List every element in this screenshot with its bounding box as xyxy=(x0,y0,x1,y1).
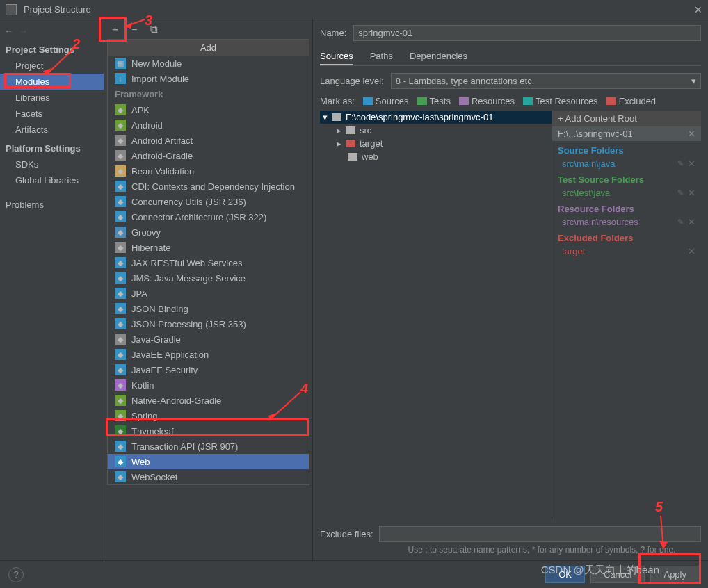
popup-item-javaee-application[interactable]: ◆JavaEE Application xyxy=(108,347,309,362)
app-icon xyxy=(6,4,17,15)
module-tabs: Sources Paths Dependencies xyxy=(320,48,701,66)
svg-marker-5 xyxy=(268,413,277,420)
test-folder-item[interactable]: src\test\java✎✕ xyxy=(552,186,701,199)
sidebar-item-global-libraries[interactable]: Global Libraries xyxy=(0,172,104,188)
popup-item-bean-validation[interactable]: ◆Bean Validation xyxy=(108,163,309,179)
popup-item-android[interactable]: ◆Android xyxy=(108,117,309,133)
chevron-right-icon: ▸ xyxy=(337,125,341,136)
popup-group-framework: Framework xyxy=(108,86,309,102)
help-icon[interactable]: ? xyxy=(8,567,24,582)
import-icon: ↓ xyxy=(115,73,126,84)
popup-item-new-module[interactable]: ▦New Module xyxy=(108,56,309,71)
mark-as-label: Mark as: xyxy=(320,96,355,106)
framework-icon: ◆ xyxy=(115,379,126,391)
sidebar-item-libraries[interactable]: Libraries xyxy=(0,90,104,106)
mark-resources[interactable]: Resources xyxy=(459,96,515,106)
language-level-select[interactable]: 8 - Lambdas, type annotations etc. ▾ xyxy=(391,73,701,89)
test-folders-header: Test Source Folders xyxy=(552,170,701,186)
excluded-folder-item[interactable]: target✕ xyxy=(552,245,701,258)
module-icon: ▦ xyxy=(115,58,126,69)
language-level-label: Language level: xyxy=(320,76,384,86)
tab-paths[interactable]: Paths xyxy=(370,48,393,65)
tab-dependencies[interactable]: Dependencies xyxy=(410,48,467,65)
popup-item-android-gradle[interactable]: ◆Android-Gradle xyxy=(108,148,309,163)
add-content-root[interactable]: + Add Content Root xyxy=(552,111,701,126)
close-icon[interactable]: ✕ xyxy=(688,158,695,169)
back-icon[interactable]: ← xyxy=(4,26,13,36)
popup-item-json-processing-jsr-353-[interactable]: ◆JSON Processing (JSR 353) xyxy=(108,316,309,332)
edit-icon[interactable]: ✎ xyxy=(677,159,684,168)
tree-item-src[interactable]: ▸src xyxy=(320,124,552,137)
framework-icon: ◆ xyxy=(115,471,126,482)
content-roots: + Add Content Root F:\...\springmvc-01✕ … xyxy=(552,111,701,519)
folder-icon xyxy=(346,126,355,134)
svg-line-0 xyxy=(46,47,75,75)
popup-item-connector-architecture-jsr-322-[interactable]: ◆Connector Architecture (JSR 322) xyxy=(108,209,309,224)
close-icon[interactable]: ✕ xyxy=(688,188,695,198)
popup-item-transaction-api-jsr-907-[interactable]: ◆Transaction API (JSR 907) xyxy=(108,439,309,454)
close-icon[interactable]: ✕ xyxy=(688,129,695,139)
popup-item-android-artifact[interactable]: ◆Android Artifact xyxy=(108,133,309,148)
popup-item-concurrency-utils-jsr-236-[interactable]: ◆Concurrency Utils (JSR 236) xyxy=(108,194,309,209)
watermark: CSDN @天天向上的bean xyxy=(541,564,659,577)
popup-item-websocket[interactable]: ◆WebSocket xyxy=(108,469,309,484)
popup-item-jpa[interactable]: ◆JPA xyxy=(108,286,309,301)
popup-item-hibernate[interactable]: ◆Hibernate xyxy=(108,240,309,255)
content-tree[interactable]: ▾F:\code\springmvc-last\springmvc-01 ▸sr… xyxy=(320,111,552,519)
framework-icon: ◆ xyxy=(115,349,126,360)
framework-icon: ◆ xyxy=(115,303,126,314)
sidebar-item-facets[interactable]: Facets xyxy=(0,106,104,122)
framework-icon: ◆ xyxy=(115,181,126,192)
popup-item-web[interactable]: ◆Web xyxy=(108,454,309,469)
popup-item-jms-java-message-service[interactable]: ◆JMS: Java Message Service xyxy=(108,270,309,286)
tab-sources[interactable]: Sources xyxy=(320,48,353,65)
popup-item-apk[interactable]: ◆APK xyxy=(108,102,309,117)
annotation-arrow-2 xyxy=(42,46,83,81)
sidebar-item-sdks[interactable]: SDKs xyxy=(0,156,104,172)
edit-icon[interactable]: ✎ xyxy=(677,218,684,227)
popup-item-jax-restful-web-services[interactable]: ◆JAX RESTful Web Services xyxy=(108,255,309,270)
framework-icon: ◆ xyxy=(115,211,126,222)
edit-icon[interactable]: ✎ xyxy=(677,188,684,197)
annotation-arrow-5 xyxy=(648,513,676,555)
source-folder-item[interactable]: src\main\java✎✕ xyxy=(552,157,701,170)
popup-item-java-gradle[interactable]: ◆Java-Gradle xyxy=(108,332,309,347)
window-title: Project Structure xyxy=(24,4,91,15)
sidebar-item-problems[interactable]: Problems xyxy=(0,197,104,213)
tree-root[interactable]: ▾F:\code\springmvc-last\springmvc-01 xyxy=(320,111,552,124)
exclude-files-label: Exclude files: xyxy=(320,529,373,539)
add-icon[interactable]: ＋ xyxy=(108,23,121,36)
svg-line-4 xyxy=(270,392,300,420)
svg-marker-7 xyxy=(659,541,668,549)
mark-tests[interactable]: Tests xyxy=(417,96,451,106)
popup-item-javaee-security[interactable]: ◆JavaEE Security xyxy=(108,362,309,377)
right-panel: Name: Sources Paths Dependencies Languag… xyxy=(313,19,708,560)
main: ← → Project Settings Project Modules Lib… xyxy=(0,19,708,560)
mark-sources[interactable]: Sources xyxy=(363,96,409,106)
forward-icon[interactable]: → xyxy=(19,26,28,36)
mark-excluded[interactable]: Excluded xyxy=(606,96,656,106)
folder-icon xyxy=(332,113,341,121)
exclude-hint: Use ; to separate name patterns, * for a… xyxy=(320,542,701,555)
framework-icon: ◆ xyxy=(115,318,126,329)
name-label: Name: xyxy=(320,28,346,38)
popup-item-cdi-contexts-and-dependency-injection[interactable]: ◆CDI: Contexts and Dependency Injection xyxy=(108,179,309,194)
framework-icon: ◆ xyxy=(115,334,126,345)
sidebar-item-artifacts[interactable]: Artifacts xyxy=(0,122,104,138)
popup-item-json-binding[interactable]: ◆JSON Binding xyxy=(108,301,309,316)
popup-item-import-module[interactable]: ↓Import Module xyxy=(108,71,309,86)
module-name-input[interactable] xyxy=(353,25,701,41)
resource-folders-header: Resource Folders xyxy=(552,199,701,215)
resource-folder-item[interactable]: src\main\resources✎✕ xyxy=(552,215,701,229)
framework-icon: ◆ xyxy=(115,395,126,406)
content-root-path[interactable]: F:\...\springmvc-01✕ xyxy=(552,126,701,141)
close-icon[interactable]: ✕ xyxy=(694,4,702,15)
close-icon[interactable]: ✕ xyxy=(688,217,695,227)
popup-item-groovy[interactable]: ◆Groovy xyxy=(108,224,309,240)
tree-item-web[interactable]: web xyxy=(320,150,552,163)
tree-item-target[interactable]: ▸target xyxy=(320,137,552,150)
mark-test-resources[interactable]: Test Resources xyxy=(523,96,598,106)
close-icon[interactable]: ✕ xyxy=(688,246,695,256)
popup-item-thymeleaf[interactable]: ◆Thymeleaf xyxy=(108,423,309,439)
middle-column: ＋ － ⧉ Add ▦New Module ↓Import Module Fra… xyxy=(104,19,313,560)
